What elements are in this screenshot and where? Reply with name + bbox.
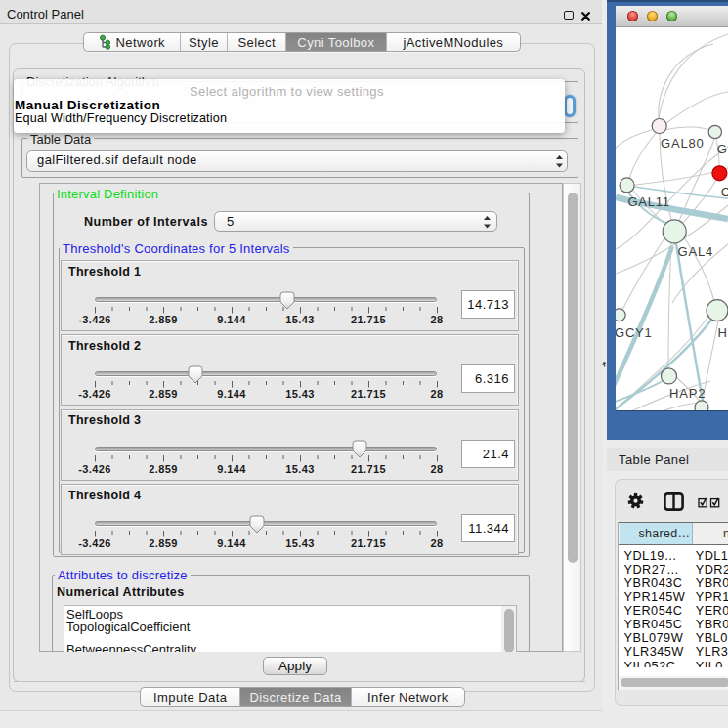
svg-text:GCY1: GCY1 <box>616 325 653 340</box>
svg-text:GAL4: GAL4 <box>678 244 713 259</box>
svg-text:H: H <box>718 325 728 340</box>
svg-text:GAL80: GAL80 <box>661 136 704 150</box>
svg-text:GAL11: GAL11 <box>627 194 670 209</box>
svg-text:G.: G. <box>717 142 728 156</box>
svg-text:HAP2: HAP2 <box>669 386 706 401</box>
svg-text:C: C <box>721 185 728 199</box>
